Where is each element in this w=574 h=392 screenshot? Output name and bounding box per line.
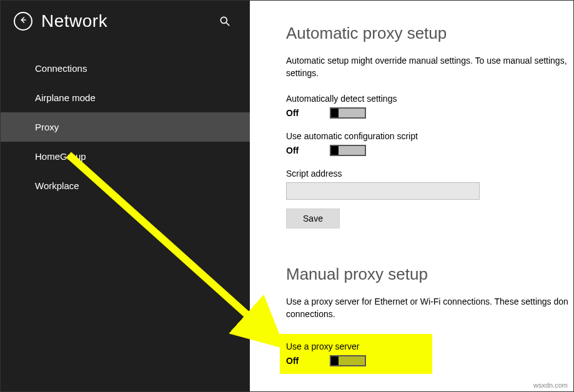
section-heading-manual: Manual proxy setup	[286, 265, 574, 284]
section-desc-manual: Use a proxy server for Ethernet or Wi-Fi…	[286, 295, 574, 321]
sidebar-item-proxy[interactable]: Proxy	[0, 112, 250, 142]
sidebar-item-label: Connections	[35, 63, 87, 74]
toggle-auto-detect[interactable]	[330, 107, 366, 119]
sidebar-item-workplace[interactable]: Workplace	[0, 171, 250, 200]
arrow-left-icon	[18, 15, 28, 27]
toggle-knob-icon	[331, 109, 339, 117]
toggle-auto-script[interactable]	[330, 145, 366, 156]
svg-point-0	[220, 17, 227, 23]
toggle-knob-icon	[331, 356, 339, 365]
toggle-value: Off	[286, 108, 305, 118]
sidebar-item-homegroup[interactable]: HomeGroup	[0, 142, 250, 171]
highlight-annotation: Use a proxy server Off	[280, 334, 432, 374]
sidebar-item-label: HomeGroup	[35, 151, 86, 162]
sidebar: Network Connections Airplane mode Proxy	[0, 0, 250, 392]
toggle-use-proxy[interactable]	[330, 355, 366, 366]
field-auto-detect: Automatically detect settings Off	[286, 94, 574, 119]
back-button[interactable]	[14, 12, 32, 31]
sidebar-nav: Connections Airplane mode Proxy HomeGrou…	[0, 54, 250, 200]
search-icon	[219, 19, 231, 29]
toggle-value: Off	[286, 356, 305, 366]
section-desc-automatic: Automatic setup might override manual se…	[286, 54, 574, 80]
sidebar-item-connections[interactable]: Connections	[0, 54, 250, 83]
field-label: Use automatic configuration script	[286, 131, 574, 141]
search-button[interactable]	[219, 15, 231, 27]
section-heading-automatic: Automatic proxy setup	[286, 24, 574, 43]
sidebar-item-label: Airplane mode	[35, 92, 96, 103]
page-title: Network	[41, 11, 210, 31]
save-button[interactable]: Save	[286, 208, 340, 228]
toggle-knob-icon	[331, 146, 339, 155]
sidebar-item-label: Proxy	[35, 122, 59, 132]
toggle-value: Off	[286, 145, 305, 155]
field-label: Automatically detect settings	[286, 94, 574, 104]
content-pane: Automatic proxy setup Automatic setup mi…	[250, 0, 574, 392]
field-script-address: Script address Save	[286, 169, 574, 228]
field-auto-script: Use automatic configuration script Off	[286, 131, 574, 156]
svg-line-1	[227, 23, 229, 26]
script-address-input[interactable]	[286, 182, 480, 200]
sidebar-item-label: Workplace	[35, 180, 79, 191]
watermark: wsxdn.com	[533, 381, 568, 389]
sidebar-item-airplane-mode[interactable]: Airplane mode	[0, 83, 250, 112]
sidebar-header: Network	[0, 0, 250, 41]
field-label: Use a proxy server	[286, 341, 426, 351]
field-label: Script address	[286, 169, 574, 179]
